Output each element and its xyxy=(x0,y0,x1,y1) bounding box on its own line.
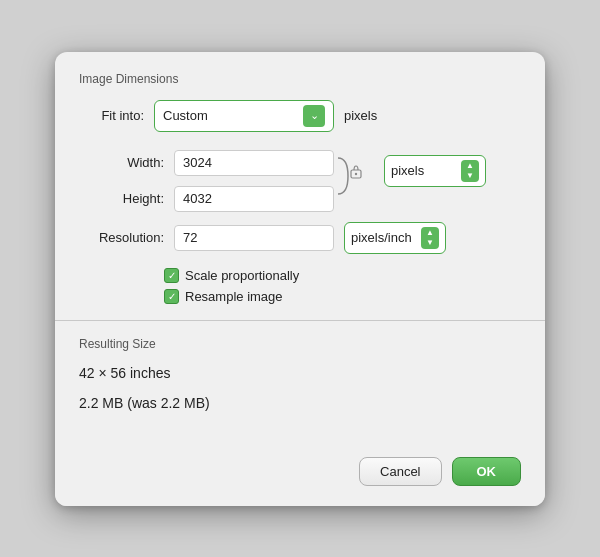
resample-image-checkbox[interactable]: ✓ xyxy=(164,289,179,304)
resolution-unit-select[interactable]: pixels/inch ▲ ▼ xyxy=(344,222,446,254)
resolution-row: Resolution: pixels/inch ▲ ▼ xyxy=(79,222,521,254)
resample-image-label: Resample image xyxy=(185,289,283,304)
checkboxes-area: ✓ Scale proportionally ✓ Resample image xyxy=(79,268,521,304)
image-dimensions-dialog: Image Dimensions Fit into: Custom ⌄ pixe… xyxy=(55,52,545,506)
scale-proportionally-label: Scale proportionally xyxy=(185,268,299,283)
svg-point-1 xyxy=(355,172,357,174)
resulting-size-title: Resulting Size xyxy=(79,337,521,351)
ok-button[interactable]: OK xyxy=(452,457,522,486)
lock-bracket-svg xyxy=(334,150,364,202)
button-row: Cancel OK xyxy=(55,445,545,506)
resolution-unit-arrows-icon: ▲ ▼ xyxy=(421,227,439,249)
height-row: Height: xyxy=(89,186,334,212)
resulting-size-section: Resulting Size 42 × 56 inches 2.2 MB (wa… xyxy=(55,321,545,445)
width-label: Width: xyxy=(89,155,164,170)
pixel-unit-value: pixels xyxy=(391,163,461,178)
height-label: Height: xyxy=(89,191,164,206)
resolution-label: Resolution: xyxy=(89,230,164,245)
pixel-unit-container: pixels ▲ ▼ xyxy=(384,155,486,187)
image-dimensions-section: Image Dimensions Fit into: Custom ⌄ pixe… xyxy=(55,52,545,320)
cancel-button[interactable]: Cancel xyxy=(359,457,441,486)
resulting-filesize: 2.2 MB (was 2.2 MB) xyxy=(79,395,521,411)
pixel-unit-select[interactable]: pixels ▲ ▼ xyxy=(384,155,486,187)
resolution-unit-value: pixels/inch xyxy=(351,230,421,245)
resulting-dimensions: 42 × 56 inches xyxy=(79,365,521,381)
fit-into-row: Fit into: Custom ⌄ pixels xyxy=(79,100,521,132)
scale-proportionally-row[interactable]: ✓ Scale proportionally xyxy=(164,268,521,283)
resample-image-row[interactable]: ✓ Resample image xyxy=(164,289,521,304)
width-height-group: Width: Height: xyxy=(89,150,334,212)
scale-proportionally-checkbox[interactable]: ✓ xyxy=(164,268,179,283)
fit-into-select[interactable]: Custom ⌄ xyxy=(154,100,334,132)
resolution-input[interactable] xyxy=(174,225,334,251)
width-row: Width: xyxy=(89,150,334,176)
pixel-unit-arrows-icon: ▲ ▼ xyxy=(461,160,479,182)
lock-area xyxy=(334,150,384,202)
image-dimensions-title: Image Dimensions xyxy=(79,72,521,86)
fit-into-pixels-label: pixels xyxy=(344,108,377,123)
height-input[interactable] xyxy=(174,186,334,212)
fit-into-label: Fit into: xyxy=(89,108,144,123)
fit-into-value: Custom xyxy=(163,108,303,123)
width-input[interactable] xyxy=(174,150,334,176)
fit-into-arrow-icon: ⌄ xyxy=(303,105,325,127)
